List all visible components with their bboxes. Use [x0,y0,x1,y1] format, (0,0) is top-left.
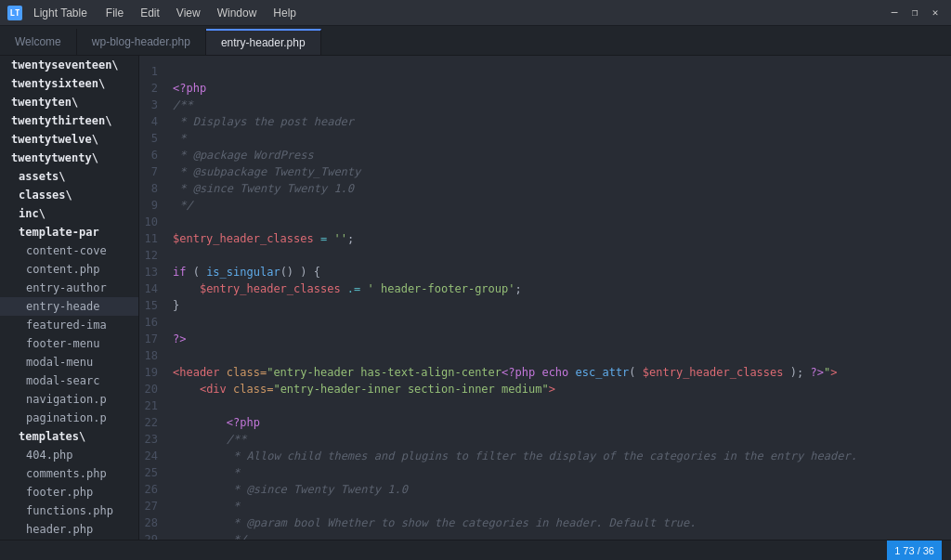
line-number: 1 [139,63,173,80]
sidebar-item[interactable]: templates\ [0,427,138,446]
code-line: 2<?php [139,80,951,97]
line-number: 11 [139,230,173,247]
line-content: * @since Twenty Twenty 1.0 [173,481,408,498]
code-line: 16 [139,314,951,331]
line-content: $entry_header_classes = ''; [173,230,354,247]
minimize-button[interactable]: ─ [886,5,903,21]
line-content: */ [173,197,193,214]
line-number: 29 [139,531,173,540]
code-line: 7 * @subpackage Twenty_Twenty [139,163,951,180]
sidebar-item[interactable]: template-par [0,223,138,241]
sidebar-item[interactable]: footer-menu [0,334,138,353]
code-line: 21 [139,397,951,414]
menu-bar: File Edit View Window Help [98,5,304,21]
line-content: <div class="entry-header-inner section-i… [173,381,555,397]
tab-wp-blog-header-label: wp-blog-header.php [92,35,190,48]
line-content: } [173,297,179,314]
code-line: 27 * [139,498,951,514]
line-content: * Allow child themes and plugins to filt… [173,448,857,464]
code-line: 25 * [139,464,951,481]
line-number: 6 [139,147,173,163]
code-line: 5 * [139,130,951,147]
maximize-button[interactable]: ❐ [906,5,923,21]
code-line: 15} [139,297,951,314]
line-content: $entry_header_classes .= ' header-footer… [173,280,522,297]
sidebar-item[interactable]: header.php [0,520,138,539]
sidebar-item[interactable]: 404.php [0,446,138,464]
code-line: 8 * @since Twenty Twenty 1.0 [139,180,951,197]
line-content: * [173,130,186,147]
tab-bar: Welcome wp-blog-header.php entry-header.… [0,26,951,56]
main-area: twentyseventeen\twentysixteen\twentyten\… [0,56,951,540]
tab-welcome[interactable]: Welcome [0,29,77,55]
code-line: 19<header class="entry-header has-text-a… [139,364,951,381]
code-line: 14 $entry_header_classes .= ' header-foo… [139,280,951,297]
sidebar-item[interactable]: entry-heade [0,297,138,316]
tab-entry-header-label: entry-header.php [221,36,306,49]
sidebar-item[interactable]: featured-ima [0,316,138,334]
line-number: 17 [139,331,173,347]
tab-entry-header[interactable]: entry-header.php [206,29,321,55]
line-number: 10 [139,214,173,230]
sidebar-item[interactable]: content.php [0,260,138,279]
sidebar-item[interactable]: assets\ [0,167,138,186]
menu-window[interactable]: Window [210,5,265,21]
code-line: 11$entry_header_classes = ''; [139,230,951,247]
menu-file[interactable]: File [98,5,131,21]
line-content: /** [173,431,246,448]
line-number: 27 [139,498,173,514]
close-button[interactable]: ✕ [927,5,944,21]
code-line: 22 <?php [139,414,951,431]
code-line: 20 <div class="entry-header-inner sectio… [139,381,951,397]
sidebar-item[interactable]: entry-author [0,279,138,297]
sidebar-item[interactable]: modal-searc [0,371,138,390]
status-right: 1 73 / 36 [887,540,942,561]
app-title: Light Table [33,7,87,20]
sidebar-item[interactable]: twentytwenty\ [0,149,138,167]
sidebar-item[interactable]: navigation.p [0,390,138,409]
line-number: 14 [139,280,173,297]
sidebar-item[interactable]: index.php [0,539,138,540]
line-number: 4 [139,113,173,130]
menu-view[interactable]: View [169,5,208,21]
sidebar-item[interactable]: modal-menu [0,353,138,371]
line-content: * @since Twenty Twenty 1.0 [173,180,354,197]
code-line: 12 [139,247,951,264]
code-line: 18 [139,347,951,364]
code-line: 29 */ [139,531,951,540]
line-number: 26 [139,481,173,498]
file-tree[interactable]: twentyseventeen\twentysixteen\twentyten\… [0,56,139,540]
line-col-indicator: 1 73 / 36 [887,540,942,561]
line-number: 22 [139,414,173,431]
sidebar-item[interactable]: twentythirteen\ [0,111,138,130]
line-number: 15 [139,297,173,314]
sidebar-item[interactable]: functions.php [0,501,138,520]
code-line: 23 /** [139,431,951,448]
sidebar-item[interactable]: content-cove [0,241,138,260]
sidebar-item[interactable]: classes\ [0,186,138,204]
code-line: 6 * @package WordPress [139,147,951,163]
sidebar-item[interactable]: twentytwelve\ [0,130,138,149]
tab-wp-blog-header[interactable]: wp-blog-header.php [77,29,206,55]
code-editor[interactable]: 12<?php3/**4 * Displays the post header5… [139,56,951,540]
sidebar-item[interactable]: pagination.p [0,409,138,427]
line-content: * @param bool Whether to show the catego… [173,514,697,531]
line-content: * @package WordPress [173,147,314,163]
sidebar-item[interactable]: inc\ [0,204,138,223]
line-number: 2 [139,80,173,97]
code-line: 4 * Displays the post header [139,113,951,130]
line-number: 18 [139,347,173,364]
sidebar-item[interactable]: footer.php [0,483,138,501]
menu-edit[interactable]: Edit [133,5,167,21]
code-line: 1 [139,63,951,80]
title-bar: LT Light Table File Edit View Window Hel… [0,0,951,26]
sidebar-item[interactable]: twentysixteen\ [0,74,138,93]
sidebar-item[interactable]: comments.php [0,464,138,483]
sidebar-item[interactable]: twentyseventeen\ [0,56,138,74]
app-icon: LT [7,6,22,20]
sidebar-item[interactable]: twentyten\ [0,93,138,111]
line-number: 28 [139,514,173,531]
window-controls: ─ ❐ ✕ [886,5,944,21]
line-content: */ [173,531,246,540]
menu-help[interactable]: Help [266,5,304,21]
